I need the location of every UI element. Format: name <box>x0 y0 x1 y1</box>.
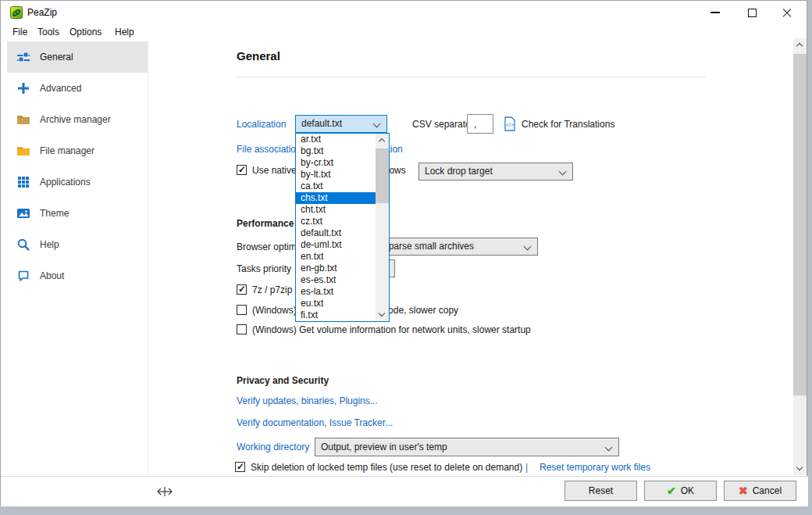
csv-separator-label: CSV separator <box>412 118 474 131</box>
dropdown-item[interactable]: en-gb.txt <box>296 263 376 274</box>
ok-button[interactable]: OK <box>644 481 717 501</box>
tasks-priority-label: Tasks priority <box>237 263 291 275</box>
dropdown-scrollbar[interactable] <box>376 134 389 321</box>
use-native-checkbox[interactable] <box>237 165 247 175</box>
dropdown-item[interactable]: fi.txt <box>296 309 376 321</box>
localization-combobox[interactable]: default.txt <box>295 115 387 133</box>
dropdown-scrollbar-thumb[interactable] <box>376 148 389 203</box>
drop-target-combobox[interactable]: Lock drop target <box>418 163 573 181</box>
scroll-up-icon <box>379 138 385 145</box>
chevron-down-icon <box>605 444 613 452</box>
dropdown-item[interactable]: cz.txt <box>296 216 376 227</box>
maximize-button[interactable] <box>739 1 765 24</box>
dropdown-item[interactable]: ar.txt <box>296 134 376 145</box>
csv-separator-input[interactable] <box>467 114 493 134</box>
sidebar-item-label: File manager <box>40 145 94 156</box>
sidebar-item-about[interactable]: About <box>7 260 148 291</box>
dropdown-item[interactable]: en.txt <box>296 251 376 263</box>
dropdown-item[interactable]: chs.txt <box>296 192 376 204</box>
reset-temp-files-link[interactable]: Reset temporary work files <box>540 461 650 474</box>
sidebar-item-general[interactable]: General <box>7 41 148 73</box>
titlebar: PeaZip <box>1 1 807 24</box>
image-icon <box>16 206 30 220</box>
dropdown-item[interactable]: de-uml.txt <box>296 239 376 251</box>
chevron-down-icon <box>524 243 532 251</box>
dropdown-item[interactable]: cht.txt <box>296 204 376 216</box>
sidebar-item-applications[interactable]: Applications <box>7 166 148 198</box>
scroll-up-icon <box>796 43 803 49</box>
vertical-scrollbar[interactable] <box>793 38 807 475</box>
separator-pipe: | <box>525 461 528 474</box>
reset-button-label: Reset <box>589 485 613 496</box>
cancel-button[interactable]: Cancel <box>724 481 796 501</box>
dropdown-item[interactable]: eu.txt <box>296 298 376 309</box>
svg-text:</>: </> <box>506 122 514 127</box>
sidebar-item-label: Archive manager <box>40 114 111 125</box>
sidebar-item-theme[interactable]: Theme <box>7 198 148 229</box>
folder-icon <box>16 144 30 158</box>
window-title: PeaZip <box>27 1 57 24</box>
magnifier-icon <box>16 238 30 252</box>
menubar: File Tools Options Help <box>1 24 807 41</box>
code-document-icon: </> <box>504 116 516 131</box>
dropdown-item[interactable]: bg.txt <box>296 145 376 157</box>
scroll-down-icon <box>796 464 803 470</box>
page-title: General <box>237 49 280 63</box>
menu-file[interactable]: File <box>12 24 27 41</box>
reset-button[interactable]: Reset <box>564 481 637 501</box>
dropdown-item[interactable]: es-es.txt <box>296 274 376 286</box>
speech-bubble-icon <box>16 269 30 283</box>
skip-deletion-label: Skip deletion of locked temp files (use … <box>251 461 522 474</box>
plus-icon <box>16 81 30 95</box>
chevron-down-icon <box>373 120 381 128</box>
privacy-heading: Privacy and Security <box>237 374 329 387</box>
volume-info-checkbox[interactable] <box>237 324 247 334</box>
peazip-logo-icon <box>10 6 23 19</box>
drop-target-combobox-value: Lock drop target <box>425 166 493 177</box>
menu-help[interactable]: Help <box>115 24 134 41</box>
sidebar-item-file-manager[interactable]: File manager <box>7 135 148 166</box>
dropdown-item[interactable]: by-lt.txt <box>296 169 376 181</box>
peazip-options-window: PeaZip File Tools Options Help General A… <box>0 0 807 506</box>
close-icon <box>782 7 792 18</box>
dropdown-item[interactable]: by-cr.txt <box>296 157 376 169</box>
localization-dropdown-list: ar.txtbg.txtby-cr.txtby-lt.txtca.txtchs.… <box>296 134 376 321</box>
green-check-icon <box>667 485 676 497</box>
menu-options[interactable]: Options <box>69 24 102 41</box>
skip-deletion-checkbox[interactable] <box>235 462 245 472</box>
dropdown-item[interactable]: es-la.txt <box>296 286 376 298</box>
chevron-down-icon <box>559 168 567 176</box>
sidebar: General Advanced Archive manager File ma… <box>7 41 148 476</box>
archive-folder-icon <box>16 113 30 127</box>
working-directory-combobox[interactable]: Output, preview in user's temp <box>315 438 619 456</box>
sidebar-item-advanced[interactable]: Advanced <box>7 73 148 104</box>
horizontal-resize-icon[interactable] <box>157 484 173 499</box>
ok-button-label: OK <box>681 485 694 496</box>
working-directory-label[interactable]: Working directory <box>237 441 309 453</box>
verify-docs-link[interactable]: Verify documentation, Issue Tracker... <box>237 417 393 429</box>
menu-tools[interactable]: Tools <box>37 24 59 41</box>
cancel-button-label: Cancel <box>753 485 782 496</box>
sidebar-item-archive-manager[interactable]: Archive manager <box>7 104 148 135</box>
localization-dropdown-popup: ar.txtbg.txtby-cr.txtby-lt.txtca.txtchs.… <box>295 133 390 322</box>
vertical-scrollbar-thumb[interactable] <box>793 54 807 395</box>
sidebar-item-label: About <box>40 270 64 281</box>
volume-info-label: (Windows) Get volume information for net… <box>252 324 531 336</box>
maximize-icon <box>748 9 757 17</box>
performance-heading: Performance <box>237 217 294 230</box>
restartable-copy-checkbox[interactable] <box>237 305 247 315</box>
dropdown-item[interactable]: ca.txt <box>296 181 376 192</box>
sidebar-item-label: Applications <box>40 177 91 188</box>
close-button[interactable] <box>774 1 800 24</box>
sidebar-item-label: Help <box>40 239 59 250</box>
sidebar-item-help[interactable]: Help <box>7 229 148 260</box>
working-directory-value: Output, preview in user's temp <box>321 442 447 452</box>
check-translations-link[interactable]: Check for Translations <box>522 118 614 131</box>
7z-multithreaded-checkbox[interactable] <box>237 284 247 295</box>
sliders-icon <box>16 50 30 64</box>
minimize-button[interactable] <box>702 1 728 24</box>
localization-label[interactable]: Localization <box>237 118 286 131</box>
dropdown-item[interactable]: default.txt <box>296 227 376 239</box>
grid-icon <box>16 175 30 189</box>
verify-updates-link[interactable]: Verify updates, binaries, Plugins... <box>237 395 378 407</box>
